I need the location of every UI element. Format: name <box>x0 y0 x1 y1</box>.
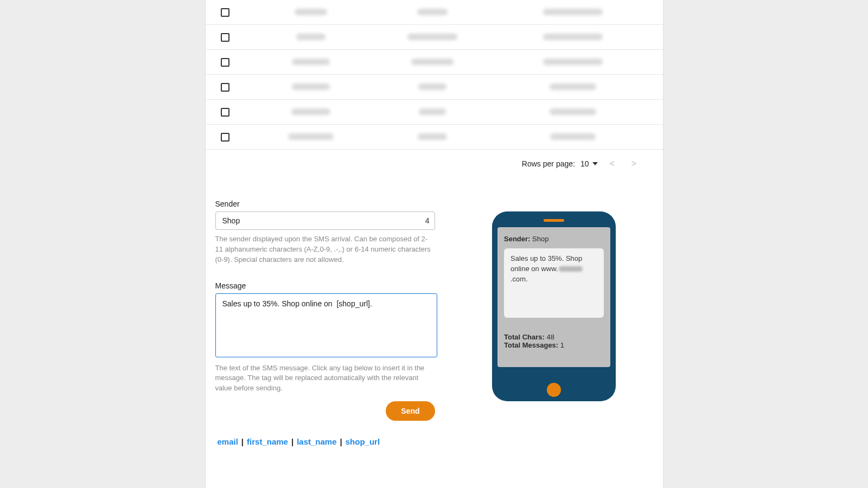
page-prev-button[interactable]: < <box>603 159 622 169</box>
message-textarea[interactable] <box>215 293 437 357</box>
total-messages-label: Total Messages: <box>504 341 558 349</box>
total-chars-value: 48 <box>547 333 554 341</box>
blurred-cell <box>291 108 330 115</box>
blurred-cell <box>419 108 446 115</box>
blurred-cell <box>417 9 448 15</box>
pagination-bar: Rows per page: 10 < > <box>206 150 663 180</box>
table-row <box>206 25 663 50</box>
table-row <box>206 50 663 75</box>
blurred-cell <box>292 84 330 90</box>
sender-block: Sender 4 The sender displayed upon the S… <box>212 193 445 265</box>
total-messages-value: 1 <box>560 341 564 349</box>
message-block: Message The text of the SMS message. Cli… <box>212 275 445 421</box>
row-checkbox[interactable] <box>221 83 229 92</box>
tag-last-name[interactable]: last_name <box>297 437 336 446</box>
phone-sender-label: Sender: <box>504 235 530 243</box>
table-row <box>206 125 663 150</box>
sender-input[interactable] <box>215 211 435 230</box>
sender-label: Sender <box>215 200 431 208</box>
tag-first-name[interactable]: first_name <box>247 437 288 446</box>
blurred-cell <box>411 59 454 65</box>
tag-separator: | <box>337 437 346 446</box>
phone-sender-line: Sender: Shop <box>504 235 604 243</box>
tag-email[interactable]: email <box>218 437 238 446</box>
phone-sender-value: Shop <box>532 235 548 243</box>
blurred-cell <box>418 133 447 140</box>
page-next-button[interactable]: > <box>625 159 643 169</box>
tag-separator: | <box>288 437 297 446</box>
blurred-domain <box>559 266 583 272</box>
blurred-cell <box>295 9 327 15</box>
sender-help-text: The sender displayed upon the SMS arriva… <box>215 234 431 265</box>
table-row <box>206 0 663 25</box>
tag-row: email|first_name|last_name|shop_url <box>209 421 445 446</box>
table-row <box>206 75 663 100</box>
blurred-cell <box>550 133 596 140</box>
rows-per-page-select[interactable]: 10 <box>578 158 600 169</box>
phone-screen: Sender: Shop Sales up to 35%. Shop onlin… <box>497 227 610 367</box>
tag-shop-url[interactable]: shop_url <box>346 437 380 446</box>
message-help-text: The text of the SMS message. Click any t… <box>215 363 431 394</box>
tag-separator: | <box>238 437 247 446</box>
rows-per-page-label: Rows per page: <box>522 159 575 168</box>
blurred-cell <box>550 108 596 115</box>
phone-bubble-suffix: .com. <box>510 275 528 283</box>
phone-home-button-icon <box>547 383 561 397</box>
rows-per-page-value: 10 <box>580 159 589 168</box>
phone-message-bubble: Sales up to 35%. Shop online on www..com… <box>504 248 604 318</box>
page-card: Rows per page: 10 < > Sender 4 The sende… <box>205 0 663 488</box>
table-row <box>206 100 663 125</box>
row-checkbox[interactable] <box>221 58 229 67</box>
blurred-cell <box>543 59 603 65</box>
sender-char-count: 4 <box>425 211 430 230</box>
blurred-cell <box>543 34 603 40</box>
row-checkbox[interactable] <box>221 108 229 117</box>
blurred-cell <box>292 59 330 65</box>
chevron-down-icon <box>592 162 598 165</box>
phone-speaker-icon <box>544 219 564 222</box>
recipients-table <box>206 0 663 150</box>
message-label: Message <box>215 281 431 290</box>
blurred-cell <box>407 34 457 40</box>
blurred-cell <box>288 133 334 140</box>
blurred-cell <box>543 9 603 15</box>
phone-preview: Sender: Shop Sales up to 35%. Shop onlin… <box>492 211 616 401</box>
send-button[interactable]: Send <box>386 401 435 421</box>
row-checkbox[interactable] <box>221 8 229 17</box>
blurred-cell <box>418 84 446 90</box>
phone-stats: Total Chars: 48 Total Messages: 1 <box>504 333 604 349</box>
total-chars-label: Total Chars: <box>504 333 545 341</box>
blurred-cell <box>296 34 326 40</box>
row-checkbox[interactable] <box>221 133 229 142</box>
blurred-cell <box>550 84 596 90</box>
row-checkbox[interactable] <box>221 33 229 42</box>
